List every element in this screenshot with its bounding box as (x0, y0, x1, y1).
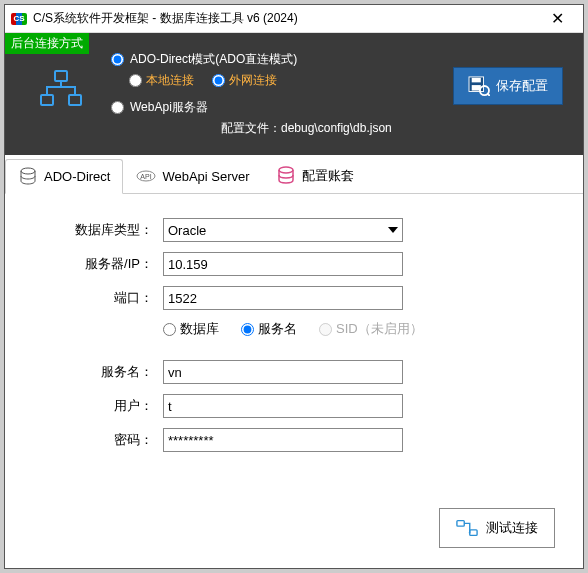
opt-sid: SID（未启用） (319, 320, 423, 338)
api-icon: API (136, 166, 156, 186)
window-title: C/S系统软件开发框架 - 数据库连接工具 v6 (2024) (33, 10, 537, 27)
svg-point-11 (279, 167, 293, 173)
radio-webapi[interactable] (111, 101, 124, 114)
svg-line-7 (487, 93, 490, 96)
user-label: 用户： (33, 397, 153, 415)
service-name-label: 服务名： (33, 363, 153, 381)
svg-rect-1 (41, 95, 53, 105)
svg-rect-2 (69, 95, 81, 105)
svg-point-8 (21, 168, 35, 174)
network-icon (39, 69, 83, 113)
port-input[interactable] (163, 286, 403, 310)
tab-account[interactable]: 配置账套 (263, 159, 367, 193)
password-label: 密码： (33, 431, 153, 449)
connection-icon (456, 519, 478, 537)
opt-database[interactable]: 数据库 (163, 320, 219, 338)
radio-ado[interactable] (111, 53, 124, 66)
tab-webapi[interactable]: API WebApi Server (123, 159, 262, 193)
db-type-select[interactable]: Oracle (163, 218, 403, 242)
titlebar: CS C/S系统软件开发框架 - 数据库连接工具 v6 (2024) ✕ (5, 5, 583, 33)
connection-mode-panel: 后台连接方式 ADO-Direct模式(ADO直连模式) 本地连接 外网连接 W… (5, 33, 583, 155)
tab-bar: ADO-Direct API WebApi Server 配置账套 (5, 155, 583, 194)
svg-rect-13 (470, 530, 477, 536)
user-input[interactable] (163, 394, 403, 418)
form-area: 数据库类型： Oracle 服务器/IP： 端口： 数据库 服务名 SID（未启… (5, 194, 583, 474)
server-input[interactable] (163, 252, 403, 276)
save-config-button[interactable]: 保存配置 (453, 67, 563, 105)
opt-service-name[interactable]: 服务名 (241, 320, 297, 338)
mode-local[interactable]: 本地连接 (129, 72, 194, 89)
port-label: 端口： (33, 289, 153, 307)
mode-ado-direct[interactable]: ADO-Direct模式(ADO直连模式) (111, 51, 569, 68)
server-label: 服务器/IP： (33, 255, 153, 273)
app-icon: CS (11, 13, 27, 25)
test-connection-button[interactable]: 测试连接 (439, 508, 555, 548)
svg-text:API: API (141, 173, 152, 180)
svg-rect-0 (55, 71, 67, 81)
mode-external[interactable]: 外网连接 (212, 72, 277, 89)
tab-ado-direct[interactable]: ADO-Direct (5, 159, 123, 194)
svg-rect-12 (457, 521, 464, 527)
save-icon (468, 76, 490, 96)
db-type-label: 数据库类型： (33, 221, 153, 239)
close-button[interactable]: ✕ (537, 5, 577, 33)
database-pink-icon (276, 166, 296, 186)
svg-rect-4 (472, 78, 481, 83)
password-input[interactable] (163, 428, 403, 452)
service-name-input[interactable] (163, 360, 403, 384)
panel-badge: 后台连接方式 (5, 33, 89, 54)
database-icon (18, 167, 38, 187)
config-file-line: 配置文件：debug\config\db.json (221, 120, 569, 137)
app-window: CS C/S系统软件开发框架 - 数据库连接工具 v6 (2024) ✕ 后台连… (4, 4, 584, 569)
